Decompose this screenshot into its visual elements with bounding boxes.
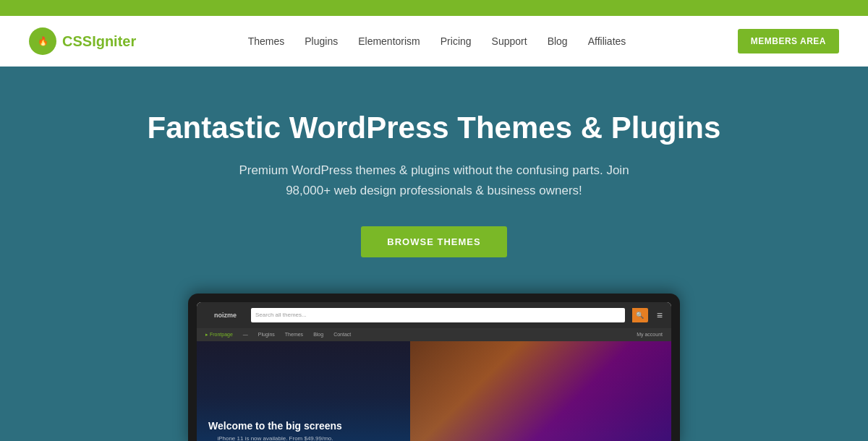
nav-support[interactable]: Support: [492, 35, 527, 47]
svg-text:🔥: 🔥: [38, 35, 48, 46]
logo[interactable]: 🔥 CSSIgniter: [29, 27, 136, 55]
inner-hero-text: Welcome to the big screens iPhone 11 is …: [197, 419, 354, 441]
inner-search-icon: 🔍: [632, 308, 648, 322]
inner-menu-icon: ≡: [657, 309, 663, 321]
browse-themes-button[interactable]: BROWSE THEMES: [361, 226, 506, 257]
hero-subtitle: Premium WordPress themes & plugins witho…: [231, 160, 637, 200]
inner-navbar-2: ▸ Frontpage — Plugins Themes Blog Contac…: [197, 328, 671, 341]
members-area-button[interactable]: MEMBERS AREA: [738, 29, 839, 53]
top-bar: [0, 0, 868, 16]
inner-nav2-item-sep: —: [243, 332, 248, 337]
laptop-mockup: noizme Search all themes... 🔍 ≡ ▸ Frontp…: [188, 294, 680, 441]
nav-themes[interactable]: Themes: [248, 35, 285, 47]
laptop-screen: noizme Search all themes... 🔍 ≡ ▸ Frontp…: [197, 302, 671, 441]
inner-search-placeholder: Search all themes...: [255, 312, 307, 318]
inner-nav2-item-blog: Blog: [313, 332, 323, 337]
inner-nav2-item-contact: Contact: [333, 332, 351, 337]
nav-plugins[interactable]: Plugins: [305, 35, 338, 47]
inner-hero-subtitle: iPhone 11 is now available. From $49.99/…: [208, 435, 342, 441]
laptop-frame: noizme Search all themes... 🔍 ≡ ▸ Frontp…: [188, 294, 680, 441]
inner-hero: Welcome to the big screens iPhone 11 is …: [197, 341, 671, 441]
nav-affiliates[interactable]: Affiliates: [588, 35, 626, 47]
logo-icon: 🔥: [29, 27, 56, 55]
inner-hero-title: Welcome to the big screens: [208, 419, 342, 432]
inner-hero-bg-image: [410, 341, 671, 441]
inner-nav2-item-plugins: Plugins: [258, 332, 275, 337]
nav-menu: Themes Plugins Elementorism Pricing Supp…: [248, 35, 626, 48]
nav-blog[interactable]: Blog: [548, 35, 568, 47]
inner-nav2-item-themes: Themes: [285, 332, 303, 337]
inner-logo: noizme: [205, 312, 245, 319]
hero-section: Fantastic WordPress Themes & Plugins Pre…: [0, 67, 868, 441]
inner-search-bar: Search all themes...: [251, 308, 625, 322]
hero-title: Fantastic WordPress Themes & Plugins: [148, 110, 721, 146]
logo-text: CSSIgniter: [62, 33, 136, 50]
nav-elementorism[interactable]: Elementorism: [358, 35, 420, 47]
inner-nav2-account: My account: [637, 332, 663, 337]
inner-navbar: noizme Search all themes... 🔍 ≡: [197, 302, 671, 328]
navbar: 🔥 CSSIgniter Themes Plugins Elementorism…: [0, 16, 868, 67]
nav-pricing[interactable]: Pricing: [441, 35, 472, 47]
inner-nav2-item-frontpage: ▸ Frontpage: [205, 332, 233, 338]
